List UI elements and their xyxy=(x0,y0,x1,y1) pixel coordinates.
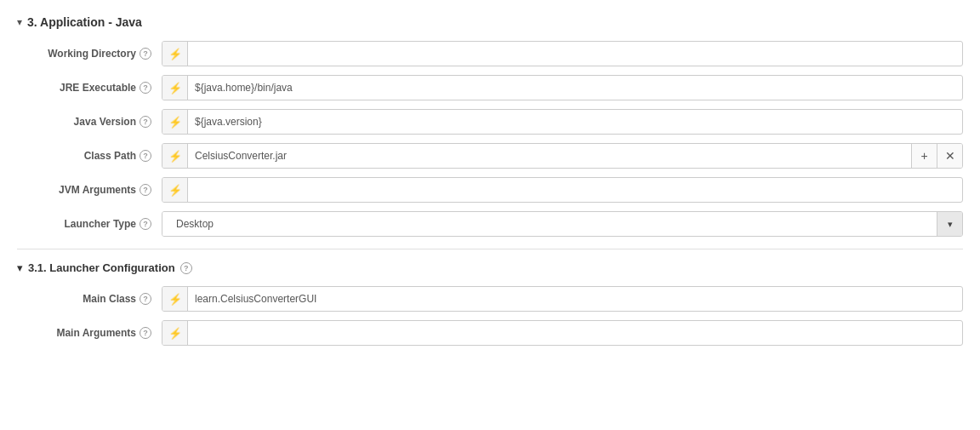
main-class-help-icon[interactable]: ? xyxy=(140,293,151,305)
jre-executable-input[interactable] xyxy=(188,76,962,100)
jre-executable-input-group: ⚡ xyxy=(162,75,963,100)
section31-title: 3.1. Launcher Configuration xyxy=(28,261,175,274)
java-version-input[interactable] xyxy=(188,110,962,134)
section3-title: 3. Application - Java xyxy=(27,15,142,29)
jvm-arguments-input[interactable] xyxy=(188,178,962,202)
section31-help-icon[interactable]: ? xyxy=(180,262,192,274)
class-path-input-group: ⚡ + ✕ xyxy=(162,143,963,169)
jre-executable-help-icon[interactable]: ? xyxy=(140,82,151,94)
main-class-input-group: ⚡ xyxy=(162,286,963,312)
class-path-add-btn[interactable]: + xyxy=(911,144,937,168)
launcher-type-help-icon[interactable]: ? xyxy=(140,218,151,230)
launcher-type-label: Launcher Type ? xyxy=(26,218,162,230)
java-version-input-group: ⚡ xyxy=(162,109,963,135)
java-version-row: Java Version ? ⚡ xyxy=(17,109,963,135)
jvm-arguments-help-icon[interactable]: ? xyxy=(140,184,151,196)
section3-chevron[interactable]: ▾ xyxy=(17,16,22,28)
main-class-label: Main Class ? xyxy=(26,293,162,305)
main-arguments-input-group: ⚡ xyxy=(162,320,963,346)
class-path-help-icon[interactable]: ? xyxy=(140,150,151,162)
main-arguments-help-icon[interactable]: ? xyxy=(140,327,151,339)
main-arguments-label: Main Arguments ? xyxy=(26,327,162,339)
java-version-lightning-btn[interactable]: ⚡ xyxy=(162,110,188,134)
launcher-type-row: Launcher Type ? Desktop ▾ xyxy=(17,211,963,237)
java-version-label: Java Version ? xyxy=(26,116,162,128)
launcher-type-dropdown-icon[interactable]: ▾ xyxy=(937,212,962,236)
main-arguments-lightning-btn[interactable]: ⚡ xyxy=(162,321,188,345)
main-arguments-row: Main Arguments ? ⚡ xyxy=(17,320,963,346)
working-directory-help-icon[interactable]: ? xyxy=(140,48,151,60)
class-path-lightning-btn[interactable]: ⚡ xyxy=(162,144,188,168)
jre-executable-row: JRE Executable ? ⚡ xyxy=(17,75,963,100)
main-class-input[interactable] xyxy=(188,287,962,311)
section31-chevron[interactable]: ▾ xyxy=(17,261,23,274)
section-divider xyxy=(17,249,963,249)
main-class-lightning-btn[interactable]: ⚡ xyxy=(162,287,188,311)
jre-executable-label: JRE Executable ? xyxy=(26,82,162,94)
java-version-help-icon[interactable]: ? xyxy=(140,116,151,128)
jvm-arguments-row: JVM Arguments ? ⚡ xyxy=(17,177,963,203)
main-arguments-input[interactable] xyxy=(188,321,962,345)
working-directory-input[interactable] xyxy=(188,42,962,66)
class-path-remove-btn[interactable]: ✕ xyxy=(937,144,962,168)
launcher-type-pad xyxy=(162,212,169,236)
launcher-type-value: Desktop xyxy=(169,215,937,233)
launcher-type-select[interactable]: Desktop ▾ xyxy=(162,211,963,237)
working-directory-label: Working Directory ? xyxy=(26,48,162,60)
jre-executable-lightning-btn[interactable]: ⚡ xyxy=(162,76,188,100)
section31-header: ▾ 3.1. Launcher Configuration ? xyxy=(17,261,963,274)
working-directory-row: Working Directory ? ⚡ xyxy=(17,41,963,66)
section3-header: ▾ 3. Application - Java xyxy=(17,15,963,29)
working-directory-input-group: ⚡ xyxy=(162,41,963,66)
class-path-label: Class Path ? xyxy=(26,150,162,162)
working-directory-lightning-btn[interactable]: ⚡ xyxy=(162,42,188,66)
class-path-input[interactable] xyxy=(188,144,911,168)
main-class-row: Main Class ? ⚡ xyxy=(17,286,963,312)
jvm-arguments-input-group: ⚡ xyxy=(162,177,963,203)
jvm-arguments-label: JVM Arguments ? xyxy=(26,184,162,196)
jvm-arguments-lightning-btn[interactable]: ⚡ xyxy=(162,178,188,202)
class-path-row: Class Path ? ⚡ + ✕ xyxy=(17,143,963,169)
